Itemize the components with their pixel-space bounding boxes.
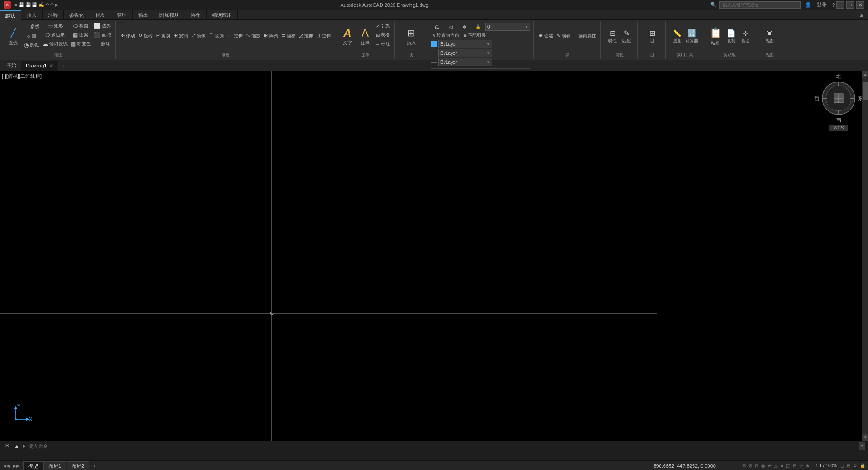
layout-tab-model[interactable]: 模型 <box>23 461 43 470</box>
layout-tab-1[interactable]: 布局1 <box>43 461 66 470</box>
btn-wipe[interactable]: ◻ 擦除 <box>92 40 112 48</box>
status-icon-viewport[interactable]: ◻ <box>839 463 845 468</box>
scroll-up-arrow[interactable]: ▲ <box>862 71 868 77</box>
btn-list-layers[interactable]: ≡ 匹配图层 <box>463 32 487 39</box>
btn-measure[interactable]: 📏 测量 <box>670 22 684 49</box>
doc-tab-drawing1[interactable]: Drawing1 ✕ <box>21 61 58 71</box>
status-icon-quick[interactable]: ⊟ <box>792 463 797 468</box>
tab-featured[interactable]: 精选应用 <box>207 10 238 20</box>
search-input[interactable] <box>719 1 801 9</box>
btn-clipboard-copy[interactable]: 📄 复制 <box>724 22 738 49</box>
btn-trim[interactable]: ✂ 剪切 <box>154 22 172 49</box>
linetype-dropdown[interactable]: ByLayer ▼ <box>438 49 492 57</box>
btn-move[interactable]: ✛ 移动 <box>119 22 136 49</box>
canvas-area[interactable]: [-][俯视][二维线框] <box>0 71 868 441</box>
btn-arc[interactable]: ◔ 圆弧 <box>22 41 41 49</box>
btn-rotate[interactable]: ↻ 旋转 <box>137 22 154 49</box>
btn-insert-block[interactable]: ⊞ 插入 <box>403 22 420 49</box>
zoom-scale-label[interactable]: 1:1 / 100% <box>814 463 839 468</box>
btn-line[interactable]: ╱ 直线 <box>5 22 22 49</box>
btn-layer-panel[interactable]: 🗂 <box>431 24 444 30</box>
btn-ellipse[interactable]: ⬭ 椭圆 <box>69 22 92 30</box>
scroll-down-arrow[interactable]: ▼ <box>862 434 868 441</box>
layout-tab-2[interactable]: 布局2 <box>67 461 89 470</box>
btn-scale[interactable]: ⤡ 缩放 <box>245 22 262 49</box>
btn-edit-block[interactable]: ✎ 编辑 <box>555 22 572 49</box>
scroll-thumb-right[interactable] <box>863 82 868 100</box>
btn-match-properties[interactable]: ✎ 匹配 <box>620 22 633 49</box>
btn-properties-panel[interactable]: ⊟ 特性 <box>606 22 619 49</box>
btn-edit-attr[interactable]: ≡ 编辑属性 <box>573 22 598 49</box>
btn-group[interactable]: ⊞ 组 <box>646 22 659 49</box>
btn-match-prop[interactable]: ✎ 设置为当前 <box>431 32 461 39</box>
btn-copy[interactable]: ⊞ 复制 <box>172 22 189 49</box>
compass-wcs-label[interactable]: WCS <box>829 125 848 131</box>
btn-hatch[interactable]: ▦ 图案 <box>69 31 92 39</box>
btn-fillet[interactable]: ⌒ 圆角 <box>207 22 226 49</box>
minimize-button[interactable]: ─ <box>836 1 844 9</box>
btn-table[interactable]: ⊞ 表格 <box>374 31 391 39</box>
btn-dim[interactable]: ↔ 标注 <box>374 40 391 48</box>
btn-text[interactable]: A 文字 <box>339 22 356 49</box>
status-icon-annotate[interactable]: ⊞ <box>846 463 851 468</box>
status-icon-dyn[interactable]: △ <box>773 463 779 468</box>
btn-offset[interactable]: ⊃ 偏移 <box>280 22 297 49</box>
btn-array[interactable]: ⊞ 阵列 <box>262 22 280 49</box>
lineweight-dropdown[interactable]: ByLayer ▼ <box>438 58 492 66</box>
status-icon-transparency[interactable]: ◫ <box>785 463 791 468</box>
status-icon-sel-filter[interactable]: ⊹ <box>798 463 804 468</box>
tab-output[interactable]: 输出 <box>133 10 154 20</box>
btn-create-block[interactable]: ⊕ 创建 <box>537 22 555 49</box>
status-icon-lineweight[interactable]: ≡ <box>780 463 784 468</box>
btn-polyline[interactable]: ⌒ 多线 <box>22 22 41 31</box>
status-icon-gizmo[interactable]: ⊕ <box>805 463 810 468</box>
btn-cloud[interactable]: ☁ 修订云线 <box>41 40 69 48</box>
btn-circle[interactable]: ○ 圆 <box>22 32 41 40</box>
close-button[interactable]: ✕ <box>856 1 864 9</box>
status-icon-lock-ui[interactable]: 🔒 <box>859 463 866 468</box>
btn-calculator[interactable]: 🔢 计算器 <box>685 22 699 49</box>
btn-layer-lock[interactable]: 🔒 <box>472 24 484 30</box>
tab-default[interactable]: 默认 <box>0 10 21 20</box>
btn-layer-freeze[interactable]: ❄ <box>458 24 471 30</box>
btn-boundary[interactable]: ⬜ 边界 <box>92 22 112 30</box>
doc-tab-close[interactable]: ✕ <box>49 63 53 68</box>
btn-mirror[interactable]: ⇌ 镜像 <box>190 22 207 49</box>
btn-view-panel[interactable]: 👁 视图 <box>763 22 776 49</box>
tab-manage[interactable]: 管理 <box>111 10 133 20</box>
status-icon-grid[interactable]: ⊠ <box>747 463 753 468</box>
tab-view[interactable]: 视图 <box>90 10 111 20</box>
ribbon-collapse[interactable]: ▲ <box>859 10 868 19</box>
cmd-expand-btn[interactable]: ▲ <box>13 442 21 450</box>
maximize-button[interactable]: □ <box>846 1 854 9</box>
status-icon-snap[interactable]: ⊞ <box>741 463 747 468</box>
status-icon-osnap[interactable]: ⊕ <box>767 463 772 468</box>
btn-paste[interactable]: 📋 粘贴 <box>707 22 724 49</box>
tab-parametric[interactable]: 参数化 <box>64 10 90 20</box>
start-tab[interactable]: 开始 <box>2 61 21 71</box>
btn-gradient[interactable]: ▥ 渐变色 <box>69 40 92 48</box>
add-tab-button[interactable]: + <box>58 61 68 71</box>
cmd-input[interactable] <box>28 443 857 449</box>
btn-stretch[interactable]: ↔ 拉伸 <box>226 22 244 49</box>
info-icon[interactable]: ? <box>831 2 836 8</box>
status-icon-workspace[interactable]: ⚙ <box>852 463 858 468</box>
login-label[interactable]: 登录 <box>815 1 828 8</box>
btn-leader[interactable]: ↗ 引线 <box>374 22 391 30</box>
tab-addons[interactable]: 附加模块 <box>154 10 185 20</box>
layout-add-btn[interactable]: + <box>90 461 99 470</box>
layout-next-btn[interactable]: ▶▶ <box>12 464 21 468</box>
btn-layer-prev[interactable]: ◁ <box>444 24 457 30</box>
tab-annotation[interactable]: 注释 <box>43 10 64 20</box>
btn-rect[interactable]: ▭ 矩形 <box>41 22 69 30</box>
tab-collaborate[interactable]: 协作 <box>185 10 207 20</box>
layer-dropdown[interactable]: 0 ▼ <box>485 23 530 31</box>
btn-base-point[interactable]: ⊹ 基点 <box>738 22 752 49</box>
tab-insert[interactable]: 插入 <box>21 10 43 20</box>
btn-chamfer[interactable]: ◿ 拉伸 <box>298 22 314 49</box>
layout-prev-btn[interactable]: ◀◀ <box>2 464 11 468</box>
cmd-scroll-btn[interactable]: ▼ <box>859 442 865 450</box>
cmd-filter-btn[interactable]: ✕ <box>3 442 11 450</box>
status-icon-polar[interactable]: ◎ <box>760 463 766 468</box>
btn-explode[interactable]: ⊡ 拉伸 <box>315 22 332 49</box>
